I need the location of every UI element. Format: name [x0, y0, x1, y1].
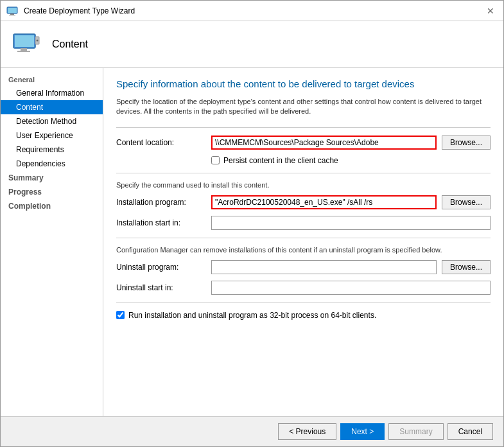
cancel-button[interactable]: Cancel: [448, 423, 493, 440]
divider-3: [116, 238, 491, 238]
uninstall-start-in-label: Uninstall start in:: [116, 283, 206, 292]
installation-start-in-row: Installation start in:: [116, 216, 491, 230]
uninstall-start-in-row: Uninstall start in:: [116, 281, 491, 295]
persist-label[interactable]: Persist content in the client cache: [223, 156, 338, 165]
title-bar-left: Create Deployment Type Wizard: [6, 4, 135, 17]
sidebar-item-detection-method[interactable]: Detection Method: [1, 114, 103, 128]
svg-rect-6: [21, 48, 27, 51]
divider-2: [116, 173, 491, 173]
installation-start-in-label: Installation start in:: [116, 218, 206, 227]
sidebar-item-content[interactable]: Content: [1, 100, 103, 114]
svg-rect-5: [15, 35, 34, 47]
sidebar-item-dependencies[interactable]: Dependencies: [1, 157, 103, 171]
sidebar-item-general-information[interactable]: General Information: [1, 86, 103, 100]
persist-checkbox[interactable]: [211, 156, 220, 164]
sidebar-item-summary[interactable]: Summary: [1, 171, 103, 185]
divider-4: [116, 302, 491, 303]
content-location-row: Content location: Browse...: [116, 136, 491, 150]
sidebar-item-progress[interactable]: Progress: [1, 185, 103, 199]
content-location-label: Content location:: [116, 138, 206, 147]
uninstall-program-label: Uninstall program:: [116, 263, 206, 272]
wizard-header: Content: [1, 21, 503, 68]
installation-program-label: Installation program:: [116, 198, 206, 207]
sidebar-section-general: General: [1, 73, 103, 86]
uninstall-program-row: Uninstall program: Browse...: [116, 260, 491, 274]
uninstall-program-browse-button[interactable]: Browse...: [442, 260, 491, 274]
installation-program-browse-button[interactable]: Browse...: [442, 195, 491, 209]
run-32bit-row: Run installation and uninstall program a…: [116, 311, 491, 320]
close-button[interactable]: ✕: [483, 3, 498, 19]
sidebar-item-completion[interactable]: Completion: [1, 199, 103, 213]
window-title: Create Deployment Type Wizard: [24, 6, 135, 15]
sidebar-item-user-experience[interactable]: User Experience: [1, 128, 103, 143]
sidebar: General General Information Content Dete…: [1, 68, 103, 416]
content-description: Specify the location of the deployment t…: [116, 97, 491, 117]
header-computer-icon: [11, 29, 42, 60]
divider-1: [116, 127, 491, 128]
main-content: General General Information Content Dete…: [1, 68, 503, 416]
previous-button[interactable]: < Previous: [278, 423, 336, 440]
content-location-input[interactable]: [211, 136, 437, 150]
svg-rect-1: [10, 13, 14, 15]
run-32bit-label[interactable]: Run installation and uninstall program a…: [128, 311, 376, 320]
content-panel: Specify information about the content to…: [103, 68, 503, 416]
uninstall-start-in-input[interactable]: [211, 281, 491, 295]
installation-program-row: Installation program: Browse...: [116, 195, 491, 209]
content-location-browse-button[interactable]: Browse...: [442, 136, 491, 150]
sidebar-item-requirements[interactable]: Requirements: [1, 143, 103, 157]
header-title: Content: [52, 39, 88, 50]
install-section-desc: Specify the command used to install this…: [116, 181, 491, 189]
wizard-window: Create Deployment Type Wizard ✕ Content …: [0, 0, 504, 447]
summary-button[interactable]: Summary: [388, 423, 443, 440]
installation-start-in-input[interactable]: [211, 216, 491, 230]
svg-rect-7: [17, 51, 30, 52]
svg-rect-3: [8, 8, 17, 13]
wizard-title-icon: [6, 4, 19, 17]
uninstall-program-input[interactable]: [211, 260, 437, 274]
installation-program-input[interactable]: [211, 195, 437, 209]
persist-checkbox-row: Persist content in the client cache: [116, 156, 491, 165]
content-title: Specify information about the content to…: [116, 78, 491, 89]
uninstall-info: Configuration Manager can remove install…: [116, 246, 491, 254]
svg-rect-2: [9, 15, 15, 15]
run-32bit-checkbox[interactable]: [116, 311, 125, 319]
next-button[interactable]: Next >: [340, 423, 385, 440]
svg-point-9: [37, 40, 39, 42]
wizard-footer: < Previous Next > Summary Cancel: [1, 416, 503, 446]
title-bar: Create Deployment Type Wizard ✕: [1, 1, 503, 21]
